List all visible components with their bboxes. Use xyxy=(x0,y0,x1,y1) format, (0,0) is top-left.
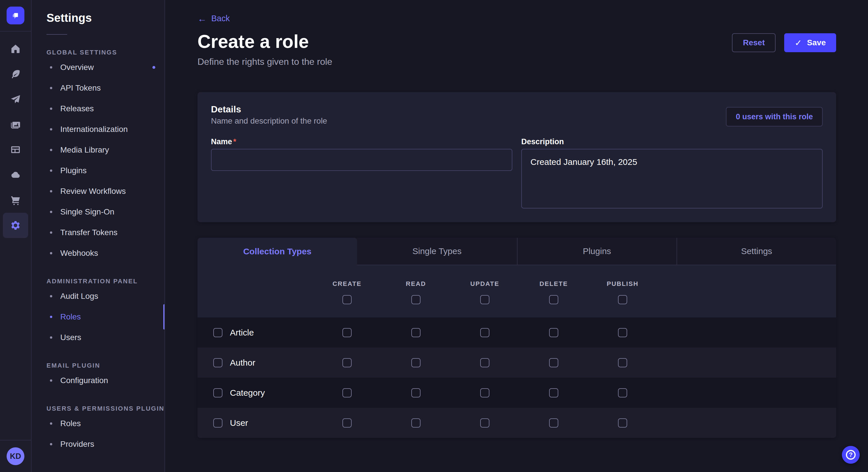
checkbox-category-create[interactable] xyxy=(342,388,352,398)
sidebar-item-media-library[interactable]: Media Library xyxy=(32,140,164,160)
name-field-label: Name* xyxy=(211,137,513,146)
checkbox-author-publish[interactable] xyxy=(618,358,627,367)
checkbox-all-create[interactable] xyxy=(342,295,352,304)
details-titles: Details Name and description of the role xyxy=(211,103,327,127)
user-avatar[interactable]: KD xyxy=(7,447,24,465)
back-link[interactable]: ← Back xyxy=(197,14,229,23)
checkbox-category-update[interactable] xyxy=(480,388,489,398)
question-mark-icon: ? xyxy=(846,450,856,460)
bullet-icon xyxy=(50,107,52,110)
checkbox-article-publish[interactable] xyxy=(618,328,627,337)
checkbox-all-delete[interactable] xyxy=(549,295,558,304)
column-header-update: UPDATE xyxy=(470,280,499,288)
bullet-icon xyxy=(50,87,52,89)
sidebar-item-single-sign-on[interactable]: Single Sign-On xyxy=(32,202,164,222)
checkbox-all-read[interactable] xyxy=(411,295,421,304)
table-row-author: Author xyxy=(197,347,836,378)
checkbox-category-publish[interactable] xyxy=(618,388,627,398)
table-row-user: User xyxy=(197,408,836,438)
section-label-email-plugin: EMAIL PLUGIN xyxy=(32,361,164,370)
pictures-icon[interactable] xyxy=(3,112,28,137)
checkbox-category-delete[interactable] xyxy=(549,388,558,398)
row-label: Category xyxy=(230,388,265,398)
strapi-logo[interactable] xyxy=(7,7,24,24)
table-row-article: Article xyxy=(197,317,836,347)
bullet-icon xyxy=(50,169,52,172)
checkbox-user-delete[interactable] xyxy=(549,418,558,428)
checkbox-article-update[interactable] xyxy=(480,328,489,337)
checkbox-article-delete[interactable] xyxy=(549,328,558,337)
back-label: Back xyxy=(211,14,229,23)
required-asterisk: * xyxy=(234,137,237,146)
details-title: Details xyxy=(211,103,327,115)
checkbox-author-delete[interactable] xyxy=(549,358,558,367)
bullet-icon xyxy=(50,443,52,445)
sidebar-item-webhooks[interactable]: Webhooks xyxy=(32,243,164,264)
home-icon[interactable] xyxy=(3,36,28,61)
checkbox-author-read[interactable] xyxy=(411,358,421,367)
checkbox-article-create[interactable] xyxy=(342,328,352,337)
checkbox-row-user[interactable] xyxy=(213,418,222,428)
gear-icon[interactable] xyxy=(3,213,28,238)
sidebar-item-roles-up[interactable]: Roles xyxy=(32,413,164,434)
column-header-delete: DELETE xyxy=(539,280,568,288)
checkbox-user-publish[interactable] xyxy=(618,418,627,428)
name-input[interactable] xyxy=(211,149,513,171)
sidebar-item-plugins[interactable]: Plugins xyxy=(32,160,164,181)
sidebar-item-users[interactable]: Users xyxy=(32,327,164,348)
column-header-create: CREATE xyxy=(333,280,362,288)
sidebar-item-review-workflows[interactable]: Review Workflows xyxy=(32,181,164,202)
cloud-icon[interactable] xyxy=(3,162,28,188)
section-label-users-permissions-plugin: USERS & PERMISSIONS PLUGIN xyxy=(32,404,164,413)
description-field-group: Description Created January 16th, 2025 xyxy=(521,137,823,210)
checkbox-category-read[interactable] xyxy=(411,388,421,398)
bullet-icon xyxy=(50,149,52,151)
sidebar-item-roles-admin[interactable]: Roles xyxy=(32,307,164,327)
tab-collection-types[interactable]: Collection Types xyxy=(197,238,357,265)
users-with-role-button[interactable]: 0 users with this role xyxy=(726,107,823,127)
checkbox-row-article[interactable] xyxy=(213,328,222,337)
details-subtitle: Name and description of the role xyxy=(211,115,327,127)
checkbox-row-author[interactable] xyxy=(213,358,222,367)
checkbox-all-publish[interactable] xyxy=(618,295,627,304)
help-button[interactable]: ? xyxy=(842,446,860,464)
checkbox-user-create[interactable] xyxy=(342,418,352,428)
description-textarea[interactable]: Created January 16th, 2025 xyxy=(521,149,823,208)
checkbox-user-update[interactable] xyxy=(480,418,489,428)
sidebar-item-audit-logs[interactable]: Audit Logs xyxy=(32,286,164,307)
details-card-header: Details Name and description of the role… xyxy=(211,103,823,127)
permissions-table: CREATE READ UPDATE DELETE PUBLISH xyxy=(197,265,836,438)
tab-plugins[interactable]: Plugins xyxy=(517,238,677,265)
bullet-icon xyxy=(50,231,52,234)
logo-container xyxy=(0,0,31,32)
checkbox-article-read[interactable] xyxy=(411,328,421,337)
checkbox-row-category[interactable] xyxy=(213,388,222,398)
sidebar-item-internationalization[interactable]: Internationalization xyxy=(32,119,164,140)
bullet-icon xyxy=(50,295,52,297)
header-actions: Reset ✓ Save xyxy=(732,33,836,52)
icon-rail: KD xyxy=(0,0,32,472)
checkbox-author-create[interactable] xyxy=(342,358,352,367)
bullet-icon xyxy=(50,66,52,69)
checkbox-author-update[interactable] xyxy=(480,358,489,367)
sidebar-item-releases[interactable]: Releases xyxy=(32,98,164,119)
cart-icon[interactable] xyxy=(3,188,28,213)
permissions-card: Collection Types Single Types Plugins Se… xyxy=(197,238,836,438)
paper-plane-icon[interactable] xyxy=(3,87,28,112)
tab-settings[interactable]: Settings xyxy=(677,238,836,265)
layout-icon[interactable] xyxy=(3,137,28,162)
save-button[interactable]: ✓ Save xyxy=(784,33,836,52)
tab-single-types[interactable]: Single Types xyxy=(357,238,517,265)
sidebar-item-overview[interactable]: Overview xyxy=(32,57,164,78)
checkbox-user-read[interactable] xyxy=(411,418,421,428)
sidebar-item-configuration[interactable]: Configuration xyxy=(32,370,164,391)
reset-button[interactable]: Reset xyxy=(732,33,776,52)
app-window: KD Settings GLOBAL SETTINGS Overview API… xyxy=(0,0,868,472)
sidebar-item-api-tokens[interactable]: API Tokens xyxy=(32,78,164,98)
feather-icon[interactable] xyxy=(3,61,28,87)
sidebar-item-transfer-tokens[interactable]: Transfer Tokens xyxy=(32,222,164,243)
sidebar-title-divider xyxy=(46,34,67,35)
bullet-icon xyxy=(50,211,52,213)
sidebar-item-providers[interactable]: Providers xyxy=(32,434,164,454)
checkbox-all-update[interactable] xyxy=(480,295,489,304)
